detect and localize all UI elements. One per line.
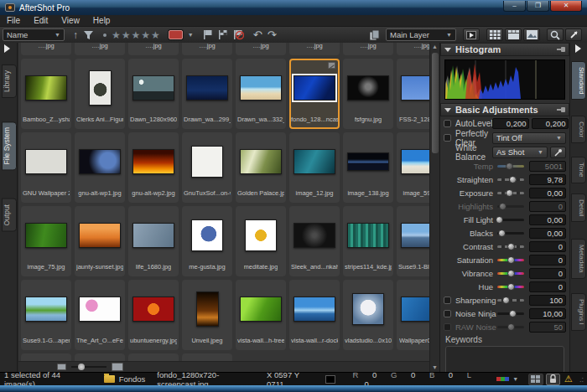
thumbnail-image[interactable]	[89, 70, 112, 106]
slider-knob[interactable]	[509, 176, 517, 183]
contrast-value[interactable]: 0	[529, 241, 566, 252]
star-icon[interactable]: ★	[141, 29, 151, 41]
thumbnail-image[interactable]	[25, 223, 67, 248]
flag-icon[interactable]	[203, 28, 213, 41]
sidebar-tab-library[interactable]: Library	[2, 64, 17, 98]
thumbnail-image[interactable]	[240, 149, 282, 174]
thumbnail-image[interactable]	[347, 152, 389, 171]
menu-item-help[interactable]: Help	[86, 16, 117, 25]
white-balance-dropdown[interactable]: As Shot ▼	[492, 147, 548, 158]
thumbnail-cell[interactable]: FSS-2_1280.jpg	[397, 59, 429, 129]
thumbnail-image[interactable]	[294, 297, 335, 322]
thumbnail-cell[interactable]: vista-wall...r-dock.jpg	[289, 280, 340, 350]
thumbnail-cell[interactable]: GNU Wallpaper 2.jpg	[21, 132, 71, 203]
thumbnail-cell-partial[interactable]: ….jpg	[21, 43, 71, 55]
star-icon[interactable]: ★	[122, 29, 132, 41]
flag-clear-icon[interactable]	[233, 28, 244, 41]
thumbnail-image[interactable]	[79, 149, 121, 174]
thumbnail-image[interactable]	[191, 219, 223, 251]
pin-icon[interactable]	[557, 106, 565, 113]
pin-icon[interactable]	[557, 46, 565, 53]
contrast-slider[interactable]	[497, 245, 524, 248]
exposure-slider[interactable]	[497, 192, 524, 194]
thumbnail-image[interactable]	[25, 75, 67, 101]
slider-knob[interactable]	[507, 243, 515, 250]
thumbnail-image[interactable]	[294, 75, 335, 101]
thumbnail-image[interactable]	[132, 297, 174, 322]
thumbnail-cell[interactable]: fsfgnu.jpg	[343, 59, 393, 129]
slider-knob[interactable]	[498, 230, 506, 237]
thumbnail-image[interactable]	[401, 149, 429, 174]
thumbnail-cell[interactable]: image_12.jpg	[289, 132, 340, 203]
thumbnail-cell[interactable]: fondo_128...ncast.jpg	[289, 59, 340, 129]
thumbnail-cell[interactable]: gnu-alt-wp2.jpg	[128, 132, 179, 203]
panel-tab-standard[interactable]: Standard	[571, 61, 586, 100]
thumbnail-cell-partial[interactable]: ….jpg	[182, 43, 232, 55]
warning-icon[interactable]: ⚠	[564, 374, 573, 384]
thumbnail-cell[interactable]: Bamboo_Z...ysha.jpg	[21, 59, 71, 129]
filter-icon[interactable]	[83, 28, 94, 41]
rotate-right-icon[interactable]: ↷	[268, 28, 277, 41]
autolevel-value-1[interactable]: 0,200	[492, 118, 529, 129]
slider-knob[interactable]	[509, 310, 517, 317]
collapse-triangle-icon[interactable]	[444, 108, 451, 112]
magnifier-button[interactable]	[547, 28, 564, 41]
grid-scrollbar[interactable]: ▲ ▼	[429, 43, 439, 372]
autolevel-checkbox[interactable]	[444, 120, 451, 127]
thumbnail-cell[interactable]: image_59.jpg	[397, 132, 429, 203]
thumbnail-cell[interactable]: Unveil.jpeg	[182, 280, 232, 350]
raw-noise-slider[interactable]	[497, 326, 524, 328]
sort-dropdown[interactable]: Name ▼	[3, 28, 65, 41]
collapse-left-panel-icon[interactable]	[4, 44, 10, 53]
thumbnail-cell[interactable]: Wallpaper02.jpg	[397, 280, 429, 350]
sharpening-checkbox[interactable]	[444, 297, 451, 304]
histogram-header[interactable]: Histogram	[440, 43, 569, 56]
menu-item-edit[interactable]: Edit	[27, 16, 55, 25]
titlebar[interactable]: AfterShot Pro – ❐ ✕	[0, 0, 587, 15]
eyedropper-button[interactable]	[550, 147, 566, 158]
thumbnail-image[interactable]	[352, 293, 384, 325]
color-label-swatch[interactable]	[169, 28, 183, 41]
thumbnail-cell-partial[interactable]: ….jpg	[128, 43, 179, 55]
thumbnail-cell[interactable]: Sleek_and...nkahn.jpg	[289, 206, 340, 276]
thumbnail-cell-partial[interactable]: ….jpg	[236, 43, 286, 55]
panel-tab-color[interactable]: Color	[571, 116, 586, 143]
saturation-slider[interactable]	[497, 259, 524, 261]
perfectly-clear-checkbox[interactable]	[444, 134, 451, 142]
thumbnail-image[interactable]	[245, 219, 277, 251]
vibrance-value[interactable]: 0	[529, 268, 566, 279]
rotate-left-icon[interactable]: ↶	[253, 28, 262, 41]
thumbnail-image[interactable]	[79, 297, 121, 322]
slider-knob[interactable]	[496, 216, 503, 224]
collapse-right-panel-icon[interactable]	[575, 44, 581, 53]
thumbnail-image[interactable]	[132, 75, 174, 101]
thumbnail-cell[interactable]: ubuntuenergy.jpg	[128, 280, 179, 350]
star-rating-filter[interactable]: ★★★★★	[112, 28, 161, 41]
panel-tab-tone[interactable]: Tone	[571, 157, 586, 183]
slideshow-button[interactable]	[463, 28, 480, 41]
thumbnail-image[interactable]	[25, 149, 67, 174]
highlights-slider[interactable]	[497, 205, 524, 208]
thumbnail-image[interactable]	[79, 223, 121, 248]
no-rating-dot-icon[interactable]	[103, 28, 106, 41]
fill-light-value[interactable]: 0,00	[529, 214, 566, 225]
thumbnail-image[interactable]	[401, 75, 429, 101]
panel-tab-plugins-i[interactable]: Plugins I	[571, 293, 586, 331]
slider-knob[interactable]	[507, 283, 515, 291]
thumbnail-image[interactable]	[132, 223, 174, 248]
exposure-value[interactable]: 0,00	[529, 188, 566, 199]
fill-light-slider[interactable]	[497, 219, 524, 221]
collapse-triangle-icon[interactable]	[444, 48, 451, 52]
close-button[interactable]: ✕	[550, 1, 582, 12]
thumbnail-cell[interactable]: Suse9.1-G...apers.jpg	[21, 280, 71, 350]
thumbnail-cell[interactable]: image_75.jpg	[21, 206, 71, 276]
sidebar-tab-file-system[interactable]: File System	[2, 121, 17, 170]
thumbnail-cell[interactable]: life_1680.jpg	[128, 206, 179, 276]
thumbnail-cell[interactable]: vladstudio...0x1024.jpg	[343, 280, 393, 350]
slider-knob[interactable]	[507, 256, 515, 264]
layer-dropdown[interactable]: Main Layer ▼	[386, 28, 456, 41]
thumbnail-cell[interactable]: me-gusta.jpg	[182, 206, 232, 276]
sharpening-slider[interactable]	[497, 299, 524, 302]
thumbnail-view-button[interactable]	[486, 28, 503, 41]
slider-knob[interactable]	[506, 189, 513, 197]
